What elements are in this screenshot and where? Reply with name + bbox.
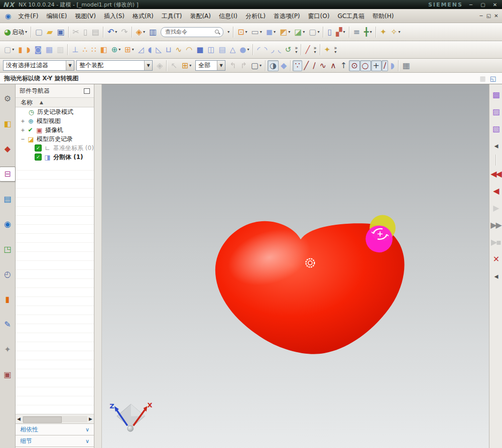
open-file-button[interactable]: ▰	[45, 27, 55, 38]
menu-tools[interactable]: 工具(T)	[158, 11, 186, 21]
boolean-button[interactable]: ⊕▾	[109, 45, 123, 55]
cone-button[interactable]: △	[228, 45, 238, 55]
fit-view-button[interactable]: ⊡▾	[235, 27, 249, 38]
step-forward-button[interactable]: ▶	[488, 202, 502, 215]
layer-settings-button[interactable]: ≡	[351, 27, 362, 38]
datum-csys-checkbox[interactable]: ✓	[35, 144, 42, 152]
fullscreen-button[interactable]: ◱	[488, 74, 498, 83]
rectangle-select-button[interactable]: ▢▾	[249, 60, 264, 71]
process-studio-tab[interactable]: ▮	[0, 292, 16, 307]
mdi-minimize-button[interactable]: ─	[477, 13, 485, 19]
details-section-header[interactable]: 细节 ∨	[16, 435, 94, 446]
display-part-button-dropdown[interactable]: ▾	[143, 30, 145, 34]
bounded-plane-button[interactable]: ◞	[269, 45, 276, 55]
face-analysis-button-dropdown[interactable]: ▾	[288, 30, 290, 34]
collapse-icon[interactable]: −	[21, 136, 25, 142]
extrude-button[interactable]: ▮	[16, 45, 24, 55]
shaded-view-button[interactable]: ◼▾	[264, 27, 278, 38]
display-mode-button-dropdown[interactable]: ▾	[260, 30, 262, 34]
visibility-button-dropdown[interactable]: ▾	[303, 30, 305, 34]
boolean-button-dropdown[interactable]: ▾	[118, 48, 120, 52]
snap-quadrant-button[interactable]: ○	[360, 60, 371, 71]
swept-button[interactable]: ◠	[184, 45, 194, 55]
menu-assemblies[interactable]: 装配(A)	[186, 11, 215, 21]
sphere-button[interactable]: ●▾	[237, 45, 251, 55]
window-close-button[interactable]: ✕	[491, 2, 499, 8]
select-touch-button[interactable]: ↖	[169, 60, 179, 71]
snap-midpoint-button[interactable]: ∕	[311, 60, 317, 71]
menu-information[interactable]: 信息(I)	[215, 11, 241, 21]
touch-panel-tab[interactable]: ▣	[0, 367, 16, 382]
thread-button[interactable]: ∿	[174, 45, 184, 55]
unite-button[interactable]: ⊞▾	[122, 45, 136, 55]
snap-point-on-curve-button[interactable]: /	[382, 60, 388, 71]
fast-forward-button[interactable]: ▶▶	[488, 219, 502, 232]
touch-mode-button[interactable]: ✦	[378, 27, 389, 38]
select-within-button-dropdown[interactable]: ▾	[189, 64, 191, 68]
sheet-button[interactable]: ◫	[205, 45, 216, 55]
menu-format[interactable]: 格式(R)	[129, 11, 158, 21]
step-back-button[interactable]: ◀	[488, 185, 502, 198]
panel-float-button[interactable]	[84, 88, 90, 94]
menu-insert[interactable]: 插入(S)	[100, 11, 129, 21]
feature-group-overflow[interactable]: »▾	[332, 45, 338, 55]
select-child-button[interactable]: ↱	[238, 60, 249, 71]
split-body-checkbox[interactable]: ✓	[35, 154, 42, 161]
tree-row-split-body[interactable]: ✓ ◨ 分割体 (1)	[16, 153, 94, 162]
block-button[interactable]: ■	[194, 45, 205, 55]
new-file-button[interactable]: ▢	[33, 27, 45, 38]
snap-arc-center-button[interactable]: ⊙	[349, 60, 359, 71]
snap-point-on-face-button[interactable]: ◗	[388, 60, 396, 71]
graphics-viewport[interactable]: Z X	[102, 84, 489, 448]
snap-existing-point-button[interactable]: +	[371, 60, 382, 71]
snap-point-toggle[interactable]: ∵	[293, 60, 302, 71]
tree-row-model-views[interactable]: + ⊕ 模型视图	[16, 116, 94, 125]
hole-button[interactable]: ◙	[32, 45, 44, 55]
horizontal-scrollbar[interactable]: ◀ ▶	[16, 414, 94, 423]
collapse-top-button[interactable]: ◂	[488, 139, 502, 153]
studio-surface-button[interactable]: ◟	[276, 45, 283, 55]
window-maximize-button[interactable]: ▢	[479, 2, 487, 8]
rewind-to-start-button[interactable]: ◀◀	[488, 168, 502, 181]
boss-button[interactable]: ▦	[44, 45, 55, 55]
scroll-left-icon[interactable]: ◀	[17, 416, 21, 421]
start-menu-button-dropdown[interactable]: ▾	[25, 30, 27, 34]
selection-filter-dropdown-icon[interactable]: ▼	[66, 61, 74, 70]
sweep-along-guide-button[interactable]: ↺	[283, 45, 294, 55]
reuse-library-tab[interactable]: ▤	[0, 192, 16, 207]
start-menu-button[interactable]: ◕启动▾	[2, 27, 29, 38]
surface-group-overflow-dropdown[interactable]: ▾	[295, 50, 297, 54]
curve-group-overflow-dropdown[interactable]: ▾	[314, 50, 316, 54]
menu-window[interactable]: 窗口(O)	[304, 11, 334, 21]
surface-group-overflow[interactable]: »▾	[293, 45, 299, 55]
menu-file[interactable]: 文件(F)	[14, 11, 42, 21]
display-mode-button[interactable]: ▭▾	[249, 27, 264, 38]
tree-row-history-mode[interactable]: ◷ 历史记录模式	[16, 107, 94, 116]
find-component-button[interactable]: ◈	[155, 60, 165, 71]
role-button[interactable]: ✧▾	[389, 27, 402, 38]
history-tab[interactable]: ◴	[0, 267, 16, 282]
visibility-button[interactable]: ◪▾	[292, 27, 307, 38]
sphere-button-dropdown[interactable]: ▾	[247, 48, 249, 52]
find-command-dropdown[interactable]: ▾	[225, 29, 231, 36]
window-minimize-button[interactable]: ─	[467, 2, 475, 8]
datum-plane-button[interactable]: ⊥	[70, 45, 80, 55]
undo-button-dropdown[interactable]: ▾	[115, 30, 117, 34]
wcs-orient-button-dropdown[interactable]: ▾	[370, 30, 372, 34]
unite-button-dropdown[interactable]: ▾	[132, 48, 134, 52]
select-parent-button[interactable]: ↰	[227, 60, 238, 71]
playback-cube-2-button[interactable]: ▨	[488, 105, 502, 118]
shaded-view-button-dropdown[interactable]: ▾	[274, 30, 276, 34]
snap-range-combo[interactable]: 全部 ▼	[195, 60, 225, 71]
assembly-navigator-tab[interactable]: ◧	[0, 116, 16, 131]
snap-pole-button[interactable]: ∧	[328, 60, 338, 71]
copy-button[interactable]: ▯	[81, 27, 90, 38]
display-part-button[interactable]: ◈▾	[134, 27, 147, 38]
tree-row-model-history[interactable]: − ◪ 模型历史记录	[16, 134, 94, 143]
draft-button[interactable]: ◿	[136, 45, 146, 55]
window-style-button-dropdown[interactable]: ▾	[317, 30, 319, 34]
menu-gc-toolbox[interactable]: GC工具箱	[333, 11, 368, 21]
expand-icon[interactable]: +	[21, 127, 25, 133]
menu-help[interactable]: 帮助(H)	[368, 11, 398, 21]
playback-cube-3-button[interactable]: ▧	[488, 122, 502, 135]
